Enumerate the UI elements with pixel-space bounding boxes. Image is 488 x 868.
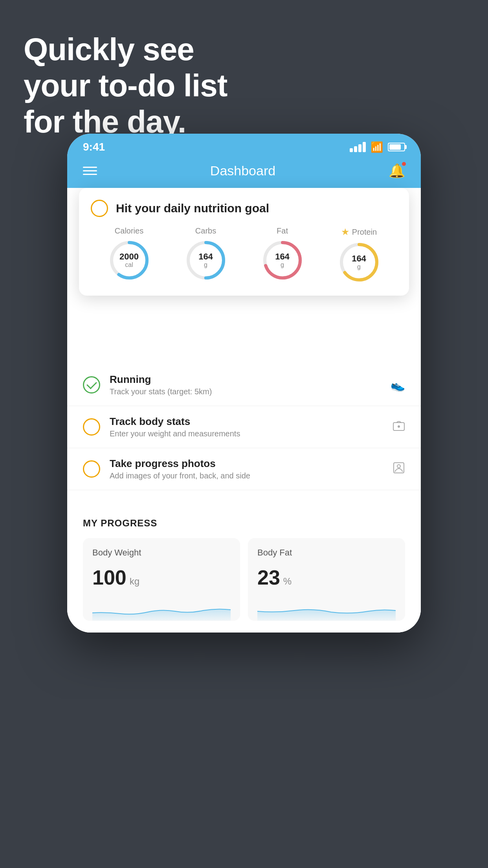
menu-button[interactable] (83, 167, 97, 175)
protein-star-icon: ★ (341, 226, 350, 237)
battery-icon (388, 143, 405, 151)
nutrition-card-title-row: Hit your daily nutrition goal (91, 200, 397, 217)
body-weight-chart (92, 597, 231, 621)
progress-photos-checkbox[interactable] (83, 460, 100, 478)
running-subtitle: Track your stats (target: 5km) (110, 387, 381, 396)
macro-fat-label: Fat (277, 226, 288, 235)
nutrition-card: Hit your daily nutrition goal Calories 2… (79, 188, 409, 296)
macro-carbs-label: Carbs (195, 226, 216, 235)
todo-item-running[interactable]: Running Track your stats (target: 5km) 👟 (67, 364, 421, 406)
macro-calories-value: 2000 cal (119, 252, 139, 268)
body-weight-unit: kg (130, 576, 139, 587)
status-bar: 9:41 📶 (67, 134, 421, 156)
status-icons: 📶 (350, 141, 405, 153)
body-weight-value: 100 (92, 566, 127, 589)
body-fat-title: Body Fat (257, 548, 396, 558)
person-icon (393, 462, 405, 477)
macro-fat-value: 164 g (275, 252, 290, 268)
app-header: Dashboard 🔔 (67, 156, 421, 188)
macros-row: Calories 2000 cal Carbs (91, 226, 397, 284)
body-fat-card[interactable]: Body Fat 23 % (248, 538, 405, 621)
todo-item-progress-photos[interactable]: Take progress photos Add images of your … (67, 448, 421, 490)
status-time: 9:41 (83, 141, 105, 153)
macro-protein-circle: 164 g (338, 241, 381, 284)
header-title: Dashboard (210, 163, 275, 178)
macro-carbs-value: 164 g (198, 252, 213, 268)
macro-fat-circle: 164 g (261, 239, 304, 282)
notification-dot (401, 161, 407, 167)
running-checkbox[interactable] (83, 376, 100, 394)
body-fat-chart (257, 597, 396, 621)
page-headline: Quickly see your to-do list for the day. (24, 31, 227, 140)
macro-calories-circle: 2000 cal (108, 239, 151, 282)
macro-calories-label: Calories (115, 226, 143, 235)
app-content: THINGS TO DO TODAY Hit your daily nutrit… (67, 188, 421, 633)
macro-fat: Fat 164 g (261, 226, 304, 282)
notification-button[interactable]: 🔔 (389, 163, 405, 178)
progress-photos-title: Take progress photos (110, 458, 383, 470)
nutrition-card-title: Hit your daily nutrition goal (116, 202, 269, 215)
macro-carbs-circle: 164 g (184, 239, 227, 282)
macro-protein-value: 164 g (352, 254, 366, 270)
progress-cards: Body Weight 100 kg (83, 538, 405, 621)
svg-point-9 (398, 425, 400, 428)
body-fat-value: 23 (257, 566, 280, 589)
shoe-icon: 👟 (391, 378, 405, 392)
macro-protein: ★ Protein 164 g (338, 226, 381, 284)
body-weight-value-row: 100 kg (92, 566, 231, 589)
phone-mockup: 9:41 📶 Dashboard 🔔 THINGS TO DO TODAY (67, 134, 421, 633)
progress-photos-subtitle: Add images of your front, back, and side (110, 471, 383, 480)
svg-point-11 (397, 465, 400, 468)
body-fat-unit: % (283, 576, 292, 587)
body-weight-card[interactable]: Body Weight 100 kg (83, 538, 240, 621)
body-weight-title: Body Weight (92, 548, 231, 558)
my-progress-section: MY PROGRESS Body Weight 100 kg (67, 506, 421, 633)
running-text: Running Track your stats (target: 5km) (110, 373, 381, 396)
macro-calories: Calories 2000 cal (108, 226, 151, 282)
wifi-icon: 📶 (371, 141, 383, 153)
todo-list: Running Track your stats (target: 5km) 👟… (67, 364, 421, 490)
todo-item-body-stats[interactable]: Track body stats Enter your weight and m… (67, 406, 421, 448)
body-stats-title: Track body stats (110, 416, 383, 428)
signal-icon (350, 142, 366, 152)
running-title: Running (110, 373, 381, 386)
body-stats-checkbox[interactable] (83, 418, 100, 436)
nutrition-checkbox[interactable] (91, 200, 108, 217)
macro-carbs: Carbs 164 g (184, 226, 227, 282)
body-fat-value-row: 23 % (257, 566, 396, 589)
my-progress-header: MY PROGRESS (83, 518, 405, 529)
macro-protein-label: Protein (352, 228, 377, 237)
spacer (67, 490, 421, 506)
body-stats-subtitle: Enter your weight and measurements (110, 429, 383, 438)
body-stats-text: Track body stats Enter your weight and m… (110, 416, 383, 438)
progress-photos-text: Take progress photos Add images of your … (110, 458, 383, 480)
scale-icon (393, 419, 405, 435)
